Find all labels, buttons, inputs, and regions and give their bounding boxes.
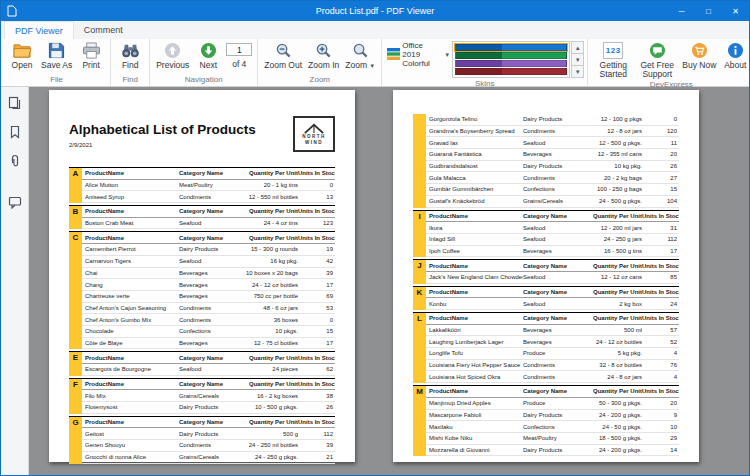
column-header: Units In Stock	[298, 208, 335, 214]
column-header: Category Name	[179, 235, 235, 241]
table-header-row: ProductNameCategory NameQuantity Per Uni…	[82, 379, 335, 391]
skins-palette-icon	[387, 46, 400, 64]
northwind-roof-icon	[303, 123, 325, 134]
category-name: Condiments	[523, 362, 579, 368]
skin-selector-button[interactable]: Office 2019 Colorful ▼	[385, 40, 452, 70]
units-in-stock: 11	[642, 140, 679, 146]
product-name: Mozzarella di Giovanni	[426, 447, 523, 453]
table-section: GProductNameCategory NameQuantity Per Un…	[69, 416, 335, 464]
getting-started-button[interactable]: 123 Getting Started	[591, 40, 635, 79]
table-header-row: ProductNameCategory NameQuantity Per Uni…	[82, 206, 335, 218]
skin-swatch[interactable]	[455, 68, 567, 75]
table-row: ChangBeverages24 - 12 oz bottles17	[82, 279, 335, 291]
maximize-button[interactable]: □	[695, 1, 722, 21]
product-name: Chai	[82, 270, 179, 276]
table-row: Ipoh CoffeeBeverages16 - 500 g tins17	[426, 246, 679, 258]
category-name: Dairy Products	[523, 412, 579, 418]
quantity-per-unit: 2 kg box	[579, 301, 642, 307]
product-table-page-2: Gorgonzola TelinoDairy Products12 - 100 …	[413, 114, 679, 458]
attachments-button[interactable]	[5, 152, 25, 170]
table-row: MaxilakuConfections24 - 50 g pkgs.10	[426, 421, 679, 433]
minimize-button[interactable]: ─	[668, 1, 695, 21]
units-in-stock: 9	[642, 412, 679, 418]
quantity-per-unit: 24 - 50 g pkgs.	[579, 424, 642, 430]
skin-swatch[interactable]	[455, 44, 567, 51]
table-row: Côte de BlayeBeverages12 - 75 cl bottles…	[82, 338, 335, 350]
buy-now-label: Buy Now	[682, 61, 716, 70]
next-page-button[interactable]: Next	[192, 40, 224, 70]
zoom-label: Zoom ▼	[345, 61, 375, 70]
units-in-stock: 14	[642, 447, 679, 453]
product-name: Filo Mix	[82, 393, 179, 399]
table-row: Gnocchi di nonna AliceGrains/Cereals24 -…	[82, 452, 335, 464]
bookmarks-button[interactable]	[5, 123, 25, 141]
save-as-button[interactable]: Save As	[38, 40, 75, 70]
about-button[interactable]: About	[719, 40, 750, 70]
zoom-in-icon	[314, 41, 334, 60]
table-row: Alice MuttonMeat/Poultry20 - 1 kg tins0	[82, 180, 335, 192]
support-icon	[647, 41, 667, 60]
units-in-stock: 57	[642, 327, 679, 333]
zoom-in-button[interactable]: Zoom In	[305, 40, 342, 70]
buy-now-button[interactable]: Buy Now	[679, 40, 719, 70]
tab-comment[interactable]: Comment	[74, 21, 133, 39]
category-name: Condiments	[523, 128, 579, 134]
product-name: Gustaf's Knäckebröd	[426, 198, 523, 204]
units-in-stock: 39	[298, 442, 335, 448]
table-section: LProductNameCategory NameQuantity Per Un…	[413, 312, 679, 383]
category-name: Seafood	[523, 225, 579, 231]
table-section: IProductNameCategory NameQuantity Per Un…	[413, 210, 679, 258]
quantity-per-unit: 24 - 12 oz bottles	[579, 339, 642, 345]
units-in-stock: 76	[642, 362, 679, 368]
section-rows: ProductNameCategory NameQuantity Per Uni…	[82, 417, 335, 464]
product-name: Chef Anton's Cajun Seasoning	[82, 305, 179, 311]
navigation-pane-toolbar	[1, 87, 29, 475]
table-row: Gorgonzola TelinoDairy Products12 - 100 …	[426, 114, 679, 126]
get-free-support-button[interactable]: Get Free Support	[635, 40, 679, 79]
units-in-stock: 20	[642, 400, 679, 406]
table-header-row: ProductNameCategory NameQuantity Per Uni…	[82, 232, 335, 244]
quantity-per-unit: 24 - 250 ml bottles	[235, 442, 298, 448]
gallery-more-button[interactable]: ▼	[571, 65, 584, 78]
save-as-label: Save As	[41, 61, 72, 70]
skin-swatch[interactable]	[455, 60, 567, 67]
table-row: Mascarpone FabioliDairy Products24 - 200…	[426, 410, 679, 422]
table-row: Genen ShouyuCondiments24 - 250 ml bottle…	[82, 440, 335, 452]
group-caption-file: File	[6, 74, 107, 86]
page-number-input[interactable]	[226, 43, 252, 56]
find-button[interactable]: Find	[114, 40, 146, 70]
quantity-per-unit: 32 - 8 oz bottles	[579, 362, 642, 368]
ribbon: Open Save As Print File	[1, 39, 749, 87]
section-rows: ProductNameCategory NameQuantity Per Uni…	[426, 211, 679, 258]
column-header: Quantity Per Unit	[235, 381, 298, 387]
group-caption-navigation: Navigation	[153, 74, 254, 86]
quantity-per-unit: 10 - 500 g pkgs.	[235, 404, 298, 410]
zoom-button[interactable]: Zoom ▼	[342, 40, 378, 70]
category-name: Dairy Products	[523, 163, 579, 169]
title-bar[interactable]: Product List.pdf - PDF Viewer ─ □ ✕	[1, 1, 749, 21]
table-header-row: ProductNameCategory NameQuantity Per Uni…	[426, 287, 679, 299]
section-rows: ProductNameCategory NameQuantity Per Uni…	[82, 352, 335, 375]
previous-page-icon	[163, 41, 183, 60]
units-in-stock: 38	[298, 393, 335, 399]
print-button[interactable]: Print	[75, 40, 107, 70]
column-header: Category Name	[179, 355, 235, 361]
ribbon-group-devexpress: 123 Getting Started Get Free Support Buy…	[588, 39, 750, 86]
printer-icon	[81, 41, 101, 60]
comments-button[interactable]	[5, 193, 25, 211]
category-name: Dairy Products	[179, 431, 235, 437]
thumbnails-button[interactable]	[5, 94, 25, 112]
table-section: JProductNameCategory NameQuantity Per Un…	[413, 259, 679, 283]
tab-pdf-viewer[interactable]: PDF Viewer	[4, 21, 74, 39]
close-button[interactable]: ✕	[722, 1, 749, 21]
column-header: Quantity Per Unit	[235, 355, 298, 361]
open-button[interactable]: Open	[6, 40, 38, 70]
zoom-out-button[interactable]: Zoom Out	[261, 40, 305, 70]
column-header: Units In Stock	[642, 263, 679, 269]
previous-page-button[interactable]: Previous	[153, 40, 192, 70]
skin-swatch[interactable]	[455, 52, 567, 59]
quantity-per-unit: 750 cc per bottle	[235, 293, 298, 299]
document-area[interactable]: Alphabetical List of Products 2/9/2021 N…	[1, 87, 749, 475]
column-header: Units In Stock	[298, 419, 335, 425]
section-rows: ProductNameCategory NameQuantity Per Uni…	[82, 379, 335, 414]
